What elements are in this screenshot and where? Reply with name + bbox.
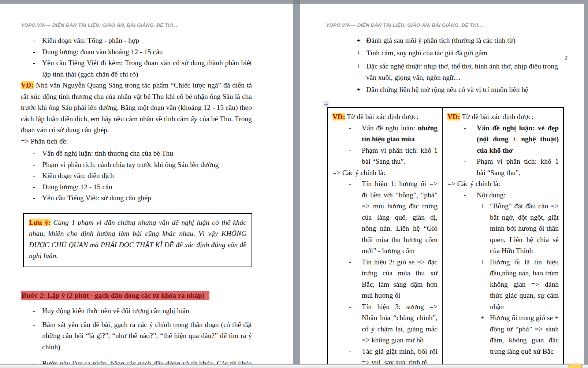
- list-item: - Huy động kiến thức nền về đối tượng cầ…: [21, 305, 252, 317]
- horizontal-scrollbar[interactable]: [0, 364, 588, 368]
- list-item: - Yêu cầu Tiếng Việt đi kèm: Trong đoạn …: [21, 57, 252, 80]
- list-item-text: Bám sát yêu cầu đề bài, gạch ra các ý ch…: [42, 321, 252, 351]
- dash-bullet: -: [464, 123, 466, 134]
- dash-bullet: -: [33, 35, 36, 47]
- vd-paragraph-text: Nhà văn Nguyễn Quang Sáng trong tác phẩm…: [21, 81, 252, 134]
- point-text: Hương ổi trong gió se + động từ “phả” =>…: [490, 314, 559, 355]
- list-item: - Phạm vi phân tích: khổ 1 bài “Sang thu…: [332, 145, 438, 167]
- step2-heading-text: Bước 2: Lập ý (2 phút - gạch đầu dòng cá…: [21, 291, 209, 300]
- list-item-text: Vấn đề nghị luận: tình thương cha của bé…: [42, 149, 173, 157]
- vd-line-text: Từ đề bài xác định được:: [347, 113, 418, 120]
- list-item: + Đánh giá sau mỗi ý phân tích (thường l…: [326, 35, 566, 47]
- page-gap-shadow: [293, 0, 300, 4]
- dash-bullet: -: [33, 148, 36, 159]
- dash-bullet: -: [33, 170, 36, 182]
- list-item: - Nội dung:: [447, 190, 559, 201]
- vd-line: VD: Từ đề bài xác định được:: [447, 111, 559, 123]
- dash-bullet: -: [464, 190, 466, 201]
- dash-bullet: -: [349, 346, 351, 357]
- list-item: - Dung lượng: đoạn văn khoảng 12 - 15 câ…: [21, 47, 252, 58]
- list-item-text: Dung lượng: 12 - 15 câu: [42, 183, 112, 191]
- point-text: Tín hiệu 1: hương ổi => đi liền với “bỗn…: [362, 180, 438, 254]
- dash-bullet: -: [33, 193, 36, 204]
- list-item: - Tín hiệu 2: gió se => đặc trưng của mù…: [332, 257, 438, 301]
- list-item-text: Dẫn chứng liên hệ mở rộng nếu có và vị t…: [366, 86, 528, 93]
- arrow-cac-y-chinh: => Các ý chính là:: [332, 167, 438, 179]
- list-item: - Tín hiệu 3: sương => Nhân hóa “chùng c…: [332, 301, 438, 346]
- page-number: 2: [565, 55, 568, 61]
- point-text: Tín hiệu 3: sương => Nhân hóa “chùng chì…: [362, 303, 438, 344]
- dash-bullet: -: [33, 47, 36, 58]
- topic-text: Vấn đề nghị luận:: [362, 124, 418, 132]
- vd-label: VD:: [447, 113, 460, 120]
- page-header: YOPO.VN---- DIỄN ĐÀN TÀI LIỆU, GIÁO ÁN, …: [21, 22, 252, 29]
- word-document-viewer: YOPO.VN---- DIỄN ĐÀN TÀI LIỆU, GIÁO ÁN, …: [0, 0, 588, 368]
- dash-bullet: -: [33, 57, 36, 69]
- note-box: Lưu ý: Cùng 1 phạm vi dẫn chứng nhưng vấ…: [23, 213, 252, 267]
- note-box-text: Cùng 1 phạm vi dẫn chứng nhưng vấn đề ng…: [29, 219, 246, 260]
- list-item: - Kiểu đoạn văn: Tổng - phân - hợp: [21, 35, 252, 47]
- list-item-text: Đánh giá sau mỗi ý phân tích (thường là …: [366, 37, 516, 44]
- list-item: + Tình cảm, suy nghĩ của tác giả đã gửi …: [326, 48, 566, 59]
- topic-text-bold: Vấn đề nghị luận: vẻ đẹp (nội dung + ngh…: [477, 124, 559, 154]
- list-item-text: Huy động kiến thức nền về đối tượng cần …: [42, 307, 189, 315]
- dash-bullet: -: [349, 178, 351, 190]
- list-item: + “Bỗng” đặt đầu câu => bất ngờ, đột ngộ…: [447, 201, 559, 257]
- bullet-list-analysis: - Vấn đề nghị luận: tình thương cha của …: [21, 148, 252, 204]
- dash-bullet: -: [349, 301, 351, 313]
- bullet-list-step2: - Huy động kiến thức nền về đối tượng cầ…: [21, 305, 252, 368]
- list-item: - Tín hiệu 1: hương ổi => đi liền với “b…: [332, 178, 438, 257]
- scope-text: Phạm vi phân tích: khổ 1 bài “Sang thu”.: [362, 146, 438, 166]
- list-item: - Yêu cầu Tiếng Việt: sử dụng câu ghép: [21, 193, 252, 204]
- list-item: + Hương ổi trong gió se + động từ “phả” …: [447, 312, 559, 357]
- list-item: - Vấn đề nghị luận: vẻ đẹp (nội dung + n…: [447, 123, 559, 156]
- table-cell-sang-thu-1: VD: Từ đề bài xác định được: - Vấn đề ng…: [328, 108, 442, 365]
- page-right[interactable]: YOPO.VN---- DIỄN ĐÀN TÀI LIỆU, GIÁO ÁN, …: [300, 4, 584, 365]
- dash-bullet: -: [349, 123, 351, 134]
- scope-text: Phạm vi phân tích: khổ 1 bài “Sang thu”.: [477, 157, 559, 176]
- bottom-right-button[interactable]: [568, 364, 582, 368]
- page-left[interactable]: YOPO.VN---- DIỄN ĐÀN TÀI LIỆU, GIÁO ÁN, …: [0, 4, 293, 365]
- plus-bullet: +: [480, 312, 484, 324]
- content-label: Nội dung:: [477, 191, 506, 199]
- vd-label: VD:: [332, 113, 345, 120]
- list-item-text: Dung lượng: đoạn văn khoảng 12 - 15 câu: [42, 48, 163, 56]
- page-header: YOPO.VN---- DIỄN ĐÀN TÀI LIỆU, GIÁO ÁN, …: [326, 22, 566, 29]
- list-item-text: Đặc sắc nghệ thuật: nhịp thơ, thể thơ, h…: [366, 62, 558, 81]
- point-text: Hương ổi là tín hiệu đầu,nồng nàn, bao t…: [490, 258, 559, 311]
- list-item: + Hương ổi là tín hiệu đầu,nồng nàn, bao…: [447, 257, 559, 313]
- vd-line-text: Từ đề bài xác định được:: [462, 113, 533, 120]
- luu-y-label: Lưu ý:: [29, 219, 51, 226]
- plus-bullet: +: [357, 48, 361, 59]
- comparison-table: VD: Từ đề bài xác định được: - Vấn đề ng…: [327, 107, 564, 365]
- arrow-cac-y-chinh: => Các ý chính là:: [447, 178, 559, 190]
- list-item: + Đặc sắc nghệ thuật: nhịp thơ, thể thơ,…: [326, 61, 566, 83]
- dash-bullet: -: [349, 145, 351, 156]
- arrow-phan-tich-de: => Phân tích đề:: [21, 136, 252, 147]
- vd-paragraph: VD: Nhà văn Nguyễn Quang Sáng trong tác …: [21, 80, 252, 136]
- list-item-text: Yêu cầu Tiếng Việt đi kèm: Trong đoạn vă…: [42, 59, 252, 78]
- list-item-text: Kiểu đoạn văn: Tổng - phân - hợp: [42, 37, 139, 44]
- table-move-handle[interactable]: [323, 101, 329, 107]
- plus-bullet: +: [357, 84, 361, 96]
- list-item: - Phạm vi phân tích: khổ 1 bài “Sang thu…: [447, 156, 559, 178]
- list-item: - Dung lượng: 12 - 15 câu: [21, 182, 252, 193]
- point-text: Tác giả giật mình, bối rối => vui, say s…: [362, 347, 438, 365]
- dash-bullet: -: [33, 319, 36, 331]
- list-item: - Phạm vi phân tích: cảnh chia tay trước…: [21, 159, 252, 171]
- dash-bullet: -: [349, 257, 351, 268]
- plus-bullet: +: [357, 35, 361, 47]
- move-cross-icon: [324, 102, 328, 107]
- step2-heading: Bước 2: Lập ý (2 phút - gạch đầu dòng cá…: [21, 290, 252, 301]
- page-left-content: YOPO.VN---- DIỄN ĐÀN TÀI LIỆU, GIÁO ÁN, …: [21, 22, 252, 368]
- plus-list: + Đánh giá sau mỗi ý phân tích (thường l…: [326, 35, 566, 96]
- list-item-text: Yêu cầu Tiếng Việt: sử dụng câu ghép: [42, 194, 151, 202]
- point-text: Tín hiệu 2: gió se => đặc trưng của mùa …: [362, 258, 438, 300]
- list-item-text: Tình cảm, suy nghĩ của tác giả đã gửi gắ…: [366, 49, 487, 57]
- list-item-text: Kiểu đoạn văn: diễn dịch: [42, 172, 114, 179]
- vd-line: VD: Từ đề bài xác định được:: [332, 111, 438, 123]
- list-item: + Dẫn chứng liên hệ mở rộng nếu có và vị…: [326, 84, 566, 96]
- plus-bullet: +: [480, 257, 484, 268]
- list-item: - Vấn đề nghị luận: những tín hiệu giao …: [332, 123, 438, 145]
- dash-bullet: -: [464, 156, 466, 167]
